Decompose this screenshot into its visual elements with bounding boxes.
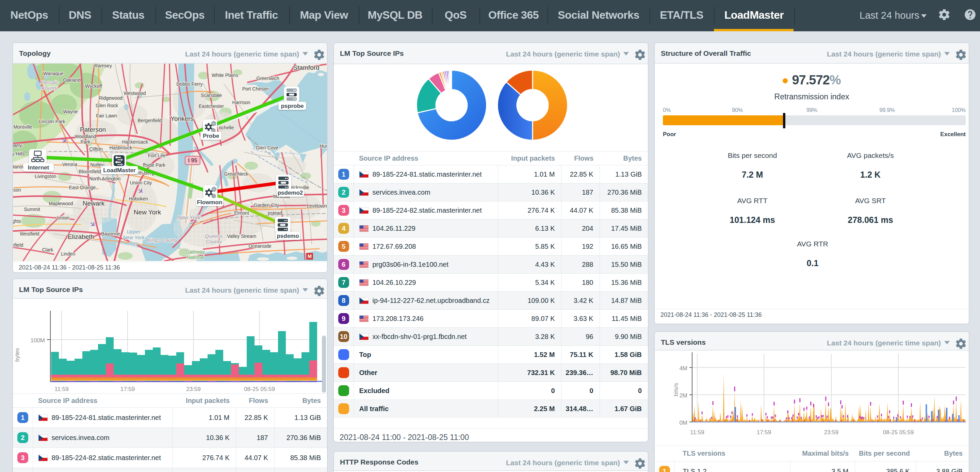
svg-text:Verona: Verona [62, 162, 78, 167]
svg-text:pstead: pstead [268, 210, 282, 216]
svg-text:0M: 0M [679, 420, 687, 426]
svg-text:County: County [205, 238, 222, 244]
svg-text:Montville: Montville [13, 124, 32, 130]
svg-text:Upper: Upper [127, 229, 141, 234]
svg-text:ffside Park: ffside Park [143, 162, 166, 168]
svg-text:ochelle: ochelle [219, 125, 234, 130]
svg-text:08-25 05:59: 08-25 05:59 [883, 429, 914, 435]
svg-text:Park: Park [81, 139, 91, 145]
svg-text:Probe: Probe [203, 133, 219, 139]
svg-text:infield: infield [13, 242, 23, 248]
svg-text:Port Chester: Port Chester [242, 86, 269, 92]
svg-text:New York: New York [134, 208, 161, 216]
svg-text:08-25 05:59: 08-25 05:59 [244, 386, 275, 393]
svg-text:Oakland: Oakland [63, 77, 81, 83]
svg-text:Valley Stream: Valley Stream [227, 234, 256, 239]
svg-text:23:59: 23:59 [186, 386, 201, 393]
svg-text:2M: 2M [679, 393, 687, 399]
svg-text:Great Neck: Great Neck [224, 171, 249, 176]
svg-text:Union City: Union City [130, 180, 152, 186]
svg-text:Levittown: Levittown [307, 203, 327, 208]
svg-text:psdemo: psdemo [277, 233, 299, 239]
svg-text:psdemo2: psdemo2 [278, 189, 303, 196]
svg-text:bits/s: bits/s [673, 383, 679, 396]
svg-text:Kings County: Kings County [147, 237, 178, 243]
svg-text:LoadMaster: LoadMaster [103, 167, 136, 173]
svg-text:17:59: 17:59 [121, 386, 135, 393]
svg-text:Harrison: Harrison [232, 100, 250, 105]
svg-text:Hackensack: Hackensack [122, 139, 148, 145]
svg-text:Wayne: Wayne [63, 109, 78, 114]
svg-text:11:59: 11:59 [690, 429, 704, 435]
svg-text:Wanaque: Wanaque [43, 71, 64, 76]
svg-text:White Plains: White Plains [212, 73, 238, 78]
svg-text:Queens: Queens [205, 233, 223, 239]
svg-text:Greenwich: Greenwich [256, 76, 279, 81]
svg-text:psprobe: psprobe [281, 103, 304, 109]
svg-text:Garden City: Garden City [254, 202, 279, 208]
svg-text:I 95: I 95 [188, 157, 197, 163]
svg-text:ights: ights [13, 218, 21, 224]
svg-text:East Orange: East Orange [69, 185, 96, 190]
svg-text:y Hills: y Hills [13, 151, 25, 157]
svg-text:Ramsey: Ramsey [94, 64, 111, 68]
svg-text:100M: 100M [30, 337, 45, 344]
svg-text:Bay: Bay [129, 240, 138, 246]
svg-text:Glen Rock: Glen Rock [95, 103, 118, 108]
svg-text:New York: New York [177, 215, 201, 221]
svg-text:Woodland: Woodland [75, 134, 96, 139]
svg-text:Livingston: Livingston [35, 173, 56, 179]
svg-text:Paterson: Paterson [80, 126, 106, 133]
svg-text:ppany-: ppany- [13, 143, 24, 148]
svg-text:Stamford: Stamford [293, 64, 319, 71]
svg-text:Clark: Clark [42, 247, 54, 253]
svg-text:North Arlington: North Arlington [89, 176, 121, 181]
svg-text:Scarsdale: Scarsdale [201, 92, 222, 98]
svg-text:Hun: Hun [320, 143, 327, 149]
svg-text:Wyckoff: Wyckoff [85, 83, 102, 89]
svg-text:Bayonne: Bayonne [101, 231, 120, 237]
svg-text:Lincoln Park: Lincoln Park [39, 119, 65, 124]
svg-text:County: County [41, 85, 58, 91]
svg-text:Internet: Internet [28, 164, 49, 171]
svg-text:Fort Lee: Fort Lee [148, 153, 166, 158]
svg-text:Oceanside: Oceanside [249, 243, 272, 249]
svg-text:Hoboken: Hoboken [129, 196, 148, 202]
svg-text:Hanov: Hanov [13, 164, 24, 170]
svg-text:Westwood: Westwood [124, 91, 146, 96]
svg-text:23:59: 23:59 [824, 429, 839, 435]
svg-text:Dobbs Ferry: Dobbs Ferry [176, 81, 202, 87]
svg-text:Linden: Linden [61, 251, 75, 257]
svg-text:National: National [186, 254, 204, 260]
svg-text:Ridgewood: Ridgewood [99, 95, 123, 101]
svg-text:4M: 4M [679, 365, 687, 372]
svg-text:Glen Cove: Glen Cove [256, 145, 278, 150]
svg-text:17:59: 17:59 [757, 429, 772, 435]
svg-text:Summit: Summit [24, 207, 40, 212]
svg-text:Westfield: Westfield [20, 231, 39, 237]
svg-text:Hasbrouck: Hasbrouck [110, 145, 133, 150]
svg-text:Clifton: Clifton [89, 146, 103, 152]
svg-text:Gateway: Gateway [186, 249, 205, 254]
svg-text:11:59: 11:59 [54, 386, 68, 393]
svg-text:Passaic: Passaic [40, 79, 59, 85]
svg-text:Bloomfield: Bloomfield [79, 169, 101, 174]
svg-text:Union: Union [57, 215, 70, 221]
svg-text:New York: New York [123, 234, 145, 240]
svg-text:Maplewood: Maplewood [49, 201, 73, 206]
svg-text:bytes: bytes [14, 348, 21, 362]
svg-text:Flowmon: Flowmon [197, 199, 223, 205]
svg-text:Elmont: Elmont [234, 210, 249, 216]
svg-text:dison: dison [13, 187, 21, 192]
svg-text:Fair Lawn: Fair Lawn [96, 113, 117, 118]
svg-text:Elizabeth: Elizabeth [68, 233, 94, 240]
svg-text:Eastchester: Eastchester [199, 103, 224, 109]
svg-text:Yonkers: Yonkers [170, 115, 194, 122]
svg-text:Newark: Newark [83, 200, 105, 207]
svg-text:Bergenfield: Bergenfield [138, 118, 162, 123]
svg-text:M: M [308, 254, 312, 259]
